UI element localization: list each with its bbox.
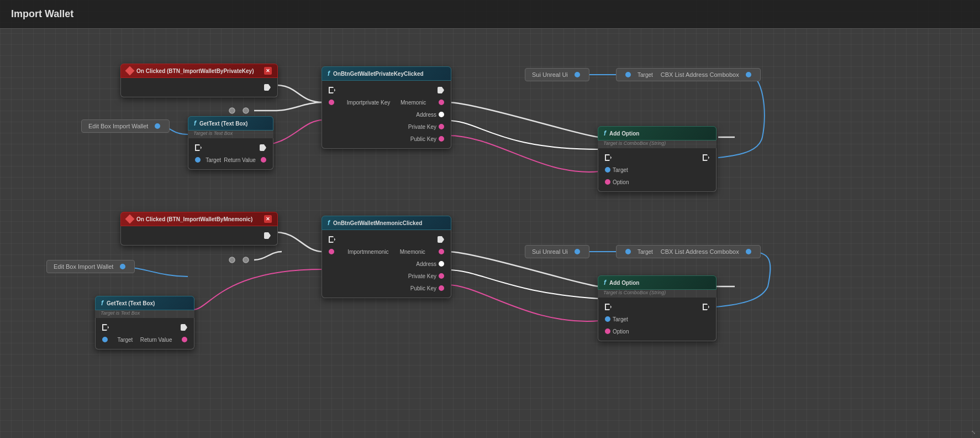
cbx-target-pin-1 (625, 72, 631, 77)
onbtn-pk-privkey-pin (439, 124, 444, 129)
onbtn-mn-address-row: Address (322, 258, 451, 270)
editbox-2-text: Edit Box Import Wallet (54, 263, 113, 270)
onbtn-pk-label: OnBtnGetWalletPrivateKeyClicked (333, 71, 424, 77)
func-icon-addopt-2: f (604, 279, 606, 286)
addopt-2-body: Target Option (598, 298, 716, 341)
onbtn-pk-pubkey-label: Public Key (410, 136, 436, 142)
gettext-return-label-2: Return Value (140, 337, 172, 343)
gettext-node-1-body: Target Return Value (188, 138, 273, 170)
gettext-node-1-label: GetText (Text Box) (199, 121, 247, 127)
event-node-2-body (120, 226, 278, 246)
addopt-1-target-label: Target (613, 167, 628, 173)
onbtn-mn-exec-in (329, 236, 335, 243)
onbtn-pk-privkey-row: Private Key (322, 121, 451, 133)
onbtn-mn-address-pin (439, 261, 444, 267)
gettext-target-label-1: Target (206, 157, 221, 163)
onbtn-pk-address-pin (439, 112, 444, 117)
cbx-label-2[interactable]: Target CBX List Address Combobox (616, 245, 761, 258)
onbtn-pk-mnemonic-label: Mnemonic (401, 100, 426, 106)
addopt-node-1[interactable]: f Add Option Target is ComboBox (String)… (598, 126, 716, 192)
onbtn-mn-importmn-row: Importmnemonic Mnemonic (322, 246, 451, 258)
onbtn-mn-privkey-label: Private Key (408, 273, 436, 279)
gettext-exec-out-1 (260, 144, 266, 151)
addopt-2-subtitle: Target is ComboBox (String) (598, 290, 716, 298)
addopt-2-target-pin (605, 316, 610, 322)
suiui-2-text: Sui Unreal Ui (532, 248, 568, 255)
cbx-right-pin-1 (746, 72, 751, 77)
cbx-target-pin-2 (625, 249, 631, 254)
gettext-exec-in-2 (102, 324, 109, 331)
close-btn-1[interactable]: ✕ (264, 67, 272, 75)
event-icon-1 (125, 66, 135, 76)
onbtn-pk-address-row: Address (322, 108, 451, 121)
onbtn-mn-body: Importmnemonic Mnemonic Address Private … (322, 230, 451, 298)
addopt-1-target-row: Target (598, 164, 716, 176)
addopt-2-exec-out (703, 304, 709, 310)
gettext-return-pin-2 (182, 337, 187, 342)
close-btn-2[interactable]: ✕ (264, 215, 272, 223)
onbtn-privatekey-node[interactable]: f OnBtnGetWalletPrivateKeyClicked Import… (322, 66, 451, 149)
addopt-1-header: f Add Option (598, 126, 716, 140)
gettext-node-2[interactable]: f GetText (Text Box) Target is Text Box … (95, 296, 194, 350)
onbtn-mn-mnemonic-pin (439, 249, 444, 254)
addopt-1-exec-in (605, 154, 612, 161)
svg-point-2 (229, 257, 235, 263)
event-node-1[interactable]: On Clicked (BTN_ImportWalletByPrivateKey… (120, 64, 278, 97)
onbtn-mn-exec-out (438, 236, 444, 243)
gettext-node-2-label: GetText (Text Box) (107, 300, 155, 306)
event-node-2[interactable]: On Clicked (BTN_ImportWalletByMnemonic) … (120, 212, 278, 246)
resize-handle[interactable]: ⤡ (971, 429, 978, 436)
func-icon-addopt-1: f (604, 129, 606, 137)
gettext-target-label-2: Target (118, 337, 133, 343)
suiui-label-1[interactable]: Sui Unreal Ui (525, 68, 589, 81)
onbtn-pk-exec-row (322, 84, 451, 96)
onbtn-mn-pubkey-label: Public Key (410, 285, 436, 291)
suiui-label-2[interactable]: Sui Unreal Ui (525, 245, 589, 258)
onbtn-mn-address-label: Address (416, 261, 436, 267)
onbtn-mn-label: OnBtnGetWalletMnemonicClicked (333, 220, 422, 226)
editbox-1-pin (155, 123, 160, 129)
onbtn-pk-privkey-label: Private Key (408, 124, 436, 130)
onbtn-pk-pubkey-pin (439, 136, 444, 142)
editbox-label-2[interactable]: Edit Box Import Wallet (46, 260, 135, 273)
suiui-1-pin (575, 72, 580, 77)
gettext-node-2-exec-row (96, 321, 194, 333)
addopt-node-2[interactable]: f Add Option Target is ComboBox (String)… (598, 275, 716, 341)
gettext-node-2-body: Target Return Value (95, 318, 194, 350)
svg-point-3 (243, 257, 249, 263)
event-node-2-exec-pin (264, 232, 271, 239)
addopt-1-label: Add Option (609, 131, 639, 137)
onbtn-pk-header: f OnBtnGetWalletPrivateKeyClicked (322, 66, 451, 81)
onbtn-pk-body: Importprivate Key Mnemonic Address Priva… (322, 81, 451, 149)
func-icon-pk: f (328, 70, 330, 77)
onbtn-mn-privkey-row: Private Key (322, 270, 451, 282)
editbox-label-1[interactable]: Edit Box Import Wallet (81, 119, 170, 133)
onbtn-mn-exec-row (322, 233, 451, 246)
addopt-2-target-label: Target (613, 316, 628, 322)
gettext-exec-out-2 (181, 324, 187, 331)
addopt-1-exec-row (598, 152, 716, 164)
onbtn-mnemonic-node[interactable]: f OnBtnGetWalletMnemonicClicked Importmn… (322, 216, 451, 298)
blueprint-canvas[interactable]: Import Wallet On Clicked (BTN_ImportWall… (0, 0, 980, 438)
onbtn-mn-importmn-pin (329, 249, 334, 254)
onbtn-pk-exec-out (438, 87, 444, 93)
onbtn-pk-importkey-row: Importprivate Key Mnemonic (322, 96, 451, 108)
event-node-2-exec-row (121, 230, 277, 242)
onbtn-pk-pubkey-row: Public Key (322, 133, 451, 145)
addopt-2-exec-row (598, 301, 716, 313)
func-icon-1: f (194, 119, 196, 127)
onbtn-mn-pubkey-pin (439, 285, 444, 291)
onbtn-pk-exec-in (329, 87, 335, 93)
svg-point-0 (229, 108, 235, 113)
onbtn-mn-mnemonic-label: Mnemonic (400, 249, 425, 255)
gettext-target-pin-2 (102, 337, 108, 342)
gettext-node-1[interactable]: f GetText (Text Box) Target is Text Box … (188, 116, 273, 170)
suiui-2-pin (575, 249, 580, 254)
onbtn-mn-header: f OnBtnGetWalletMnemonicClicked (322, 216, 451, 230)
event-node-1-body (120, 78, 278, 97)
addopt-1-option-pin (605, 179, 610, 185)
gettext-node-1-subtitle: Target is Text Box (188, 131, 273, 138)
cbx-2-text: CBX List Address Combobox (661, 248, 739, 255)
onbtn-pk-mnemonic-pin (439, 100, 444, 105)
cbx-label-1[interactable]: Target CBX List Address Combobox (616, 68, 761, 81)
